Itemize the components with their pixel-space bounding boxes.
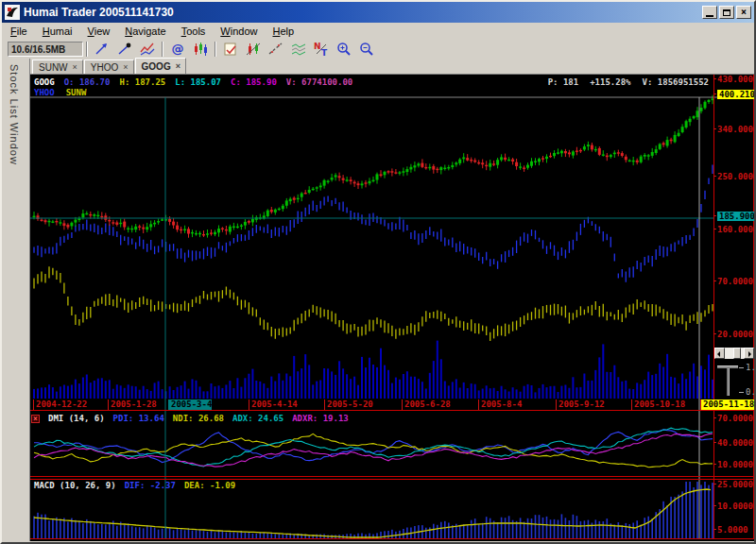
dash-slash-button[interactable] (265, 41, 287, 58)
menu-humai[interactable]: Humai (35, 24, 80, 39)
menu-window[interactable]: Window (213, 24, 265, 39)
trend-line-handle-icon (117, 42, 132, 57)
menu-view[interactable]: View (80, 24, 118, 39)
multi-zigzag-icon (291, 42, 306, 57)
price-axis-label: 340.0000 (717, 125, 756, 134)
app-icon (5, 5, 20, 20)
macd-label-row: MACD (10, 26, 9) DIF: -2.37 DEA: -1.09 (34, 481, 235, 490)
at-icon: @ (170, 42, 185, 57)
scroll-right-button[interactable] (744, 348, 754, 359)
legend-yhoo: YHOO (34, 88, 55, 97)
legend-open: O: 186.70 (64, 77, 111, 87)
scroll-left-icon (717, 351, 720, 357)
dmi-axis-label: 40.0000 (717, 438, 753, 448)
price-axis-label: 70.0000 (717, 277, 753, 286)
date-axis-label: 2005-5-20 (324, 400, 373, 410)
dmi-axis-label: 70.0000 (717, 414, 753, 423)
tab-yhoo[interactable]: YHOO× (84, 60, 134, 74)
svg-text:N: N (314, 42, 321, 51)
menu-navigate[interactable]: Navigate (117, 24, 173, 39)
indicator-candles-button[interactable] (189, 41, 212, 58)
edit-note-button[interactable] (219, 41, 242, 58)
legend-close: C: 185.90 (231, 77, 277, 87)
menu-help[interactable]: Help (265, 24, 301, 39)
date-axis-label: 2005-11-18 (700, 400, 756, 410)
macd-axis-label: 5.0000 (717, 525, 748, 535)
date-axis-label: 2005-1-28 (108, 400, 157, 410)
memory-indicator: 10.6/16.5MB (8, 42, 83, 57)
macd-name: MACD (10, 26, 9) (34, 481, 116, 490)
legend-sunw: SUNW (66, 88, 87, 97)
toolbar-separator (215, 42, 216, 57)
chart-area[interactable] (30, 75, 755, 541)
toolbar-separator (86, 42, 88, 57)
dmi-adx-value: ADX: 24.65 (232, 414, 284, 423)
price-axis-label: 20.0000 (717, 330, 753, 339)
zoom-in-button[interactable] (333, 41, 355, 58)
macd-axis-label: 25.0000 (717, 480, 753, 489)
scale-tick (739, 392, 744, 393)
tab-sunw[interactable]: SUNW× (32, 60, 83, 74)
menu-bar: FileHumaiViewNavigateToolsWindowHelp (2, 23, 754, 40)
scale-tick (739, 367, 744, 368)
minimize-button[interactable] (702, 6, 717, 19)
period-stats: P: 181 +115.28% V: 1856951552 (548, 77, 709, 87)
zoom-in-icon (336, 42, 352, 57)
window-title: Humai Trader 200511141730 (24, 6, 702, 19)
scale-slider-track[interactable] (727, 367, 730, 396)
tab-close-icon[interactable]: × (123, 63, 128, 72)
multi-zigzag-button[interactable] (287, 41, 310, 58)
edit-note-icon (223, 42, 238, 57)
zoom-out-button[interactable] (355, 41, 378, 58)
trend-line-button[interactable] (91, 41, 113, 58)
tab-goog[interactable]: GOOG× (135, 58, 186, 74)
date-axis-label: 2005-6-28 (402, 400, 451, 410)
quote-legend: GOOG O: 186.70 H: 187.25 L: 185.07 C: 18… (34, 77, 352, 87)
zoom-out-icon (359, 42, 374, 57)
macd-dea-value: DEA: -1.09 (184, 481, 235, 490)
zigzag-lines-icon (140, 42, 155, 57)
scale-slider-handle[interactable] (717, 366, 738, 368)
scrollbar-thumb[interactable] (733, 348, 741, 359)
scale-slider[interactable]: 1.0 0.1 (714, 361, 755, 399)
toolbar: 10.6/16.5MB @NT (2, 40, 754, 59)
close-button[interactable]: × (736, 6, 751, 19)
price-axis-label: 430.0000 (717, 75, 756, 84)
date-axis-label: 2005-4-14 (249, 400, 298, 410)
scroll-left-button[interactable] (714, 348, 725, 359)
dash-slash-icon (268, 42, 284, 57)
date-axis-label: 2005-3-4 (168, 400, 212, 410)
restore-icon (723, 9, 730, 16)
trend-line-handle-button[interactable] (113, 41, 136, 58)
toolbar-separator (162, 42, 163, 57)
price-axis-label: 160.0000 (717, 225, 756, 234)
menu-tools[interactable]: Tools (174, 24, 214, 39)
dmi-label-row: × DMI (14, 6) PDI: 13.64 NDI: 26.68 ADX:… (31, 414, 349, 423)
dmi-name: DMI (14, 6) (48, 414, 105, 423)
tab-label: GOOG (142, 61, 171, 72)
legend-volume: V: 6774100.00 (286, 77, 352, 87)
app-window: Humai Trader 200511141730 × FileHumaiVie… (0, 0, 756, 544)
tab-close-icon[interactable]: × (73, 63, 77, 72)
tab-close-icon[interactable]: × (176, 62, 180, 71)
restore-button[interactable] (719, 6, 734, 19)
at-button[interactable]: @ (166, 41, 189, 58)
period-count: P: 181 (548, 77, 579, 87)
sidebar-label: Stock List Window (9, 64, 20, 165)
horizontal-scrollbar[interactable] (714, 348, 754, 359)
stock-list-sidebar[interactable]: Stock List Window (2, 59, 30, 541)
dmi-close-button[interactable]: × (31, 415, 40, 423)
scale-max-label: 1.0 (739, 363, 756, 372)
zigzag-lines-button[interactable] (136, 41, 159, 58)
price-axis-label: 185.9000 (717, 212, 756, 221)
dmi-pdi-value: PDI: 13.64 (113, 414, 164, 423)
candle-slash-button[interactable] (242, 41, 265, 58)
menu-file[interactable]: File (3, 24, 35, 39)
tab-strip: SUNW×YHOO×GOOG× (30, 59, 754, 75)
legend-low: L: 185.07 (175, 77, 221, 87)
period-change: +115.28% (590, 77, 630, 87)
nt-button[interactable]: NT (310, 41, 333, 58)
indicator-candles-icon (193, 42, 208, 57)
scrollbar-track[interactable] (725, 348, 744, 359)
macd-axis-label: 10.0000 (717, 502, 753, 511)
